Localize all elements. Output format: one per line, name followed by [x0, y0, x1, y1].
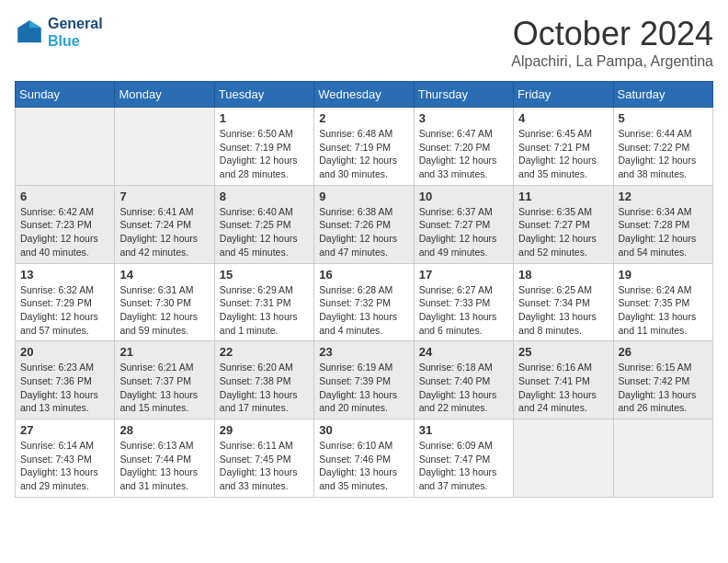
weekday-header-saturday: Saturday	[613, 82, 712, 108]
calendar-cell: 1Sunrise: 6:50 AMSunset: 7:19 PMDaylight…	[214, 108, 313, 186]
day-number: 8	[220, 190, 309, 203]
calendar-cell: 16Sunrise: 6:28 AMSunset: 7:32 PMDayligh…	[314, 263, 414, 341]
weekday-header-thursday: Thursday	[414, 82, 513, 108]
calendar-cell: 8Sunrise: 6:40 AMSunset: 7:25 PMDaylight…	[214, 185, 313, 263]
calendar-cell: 6Sunrise: 6:42 AMSunset: 7:23 PMDaylight…	[16, 185, 115, 263]
day-info: Sunrise: 6:45 AMSunset: 7:21 PMDaylight:…	[518, 127, 608, 181]
day-number: 31	[419, 423, 508, 437]
calendar-cell: 4Sunrise: 6:45 AMSunset: 7:21 PMDaylight…	[514, 108, 613, 186]
day-info: Sunrise: 6:20 AMSunset: 7:38 PMDaylight:…	[220, 361, 309, 415]
day-number: 3	[419, 111, 508, 125]
calendar-cell: 5Sunrise: 6:44 AMSunset: 7:22 PMDaylight…	[613, 108, 712, 186]
day-info: Sunrise: 6:32 AMSunset: 7:29 PMDaylight:…	[20, 283, 109, 338]
day-info: Sunrise: 6:14 AMSunset: 7:43 PMDaylight:…	[20, 439, 109, 493]
calendar-cell: 2Sunrise: 6:48 AMSunset: 7:19 PMDaylight…	[314, 108, 414, 186]
calendar-cell: 3Sunrise: 6:47 AMSunset: 7:20 PMDaylight…	[414, 108, 513, 186]
calendar-cell: 29Sunrise: 6:11 AMSunset: 7:45 PMDayligh…	[214, 419, 313, 498]
day-info: Sunrise: 6:09 AMSunset: 7:47 PMDaylight:…	[419, 439, 508, 493]
day-info: Sunrise: 6:31 AMSunset: 7:30 PMDaylight:…	[119, 283, 209, 338]
calendar-cell: 13Sunrise: 6:32 AMSunset: 7:29 PMDayligh…	[16, 263, 115, 341]
day-info: Sunrise: 6:21 AMSunset: 7:37 PMDaylight:…	[119, 361, 209, 415]
weekday-header-row: SundayMondayTuesdayWednesdayThursdayFrid…	[16, 82, 713, 108]
day-info: Sunrise: 6:40 AMSunset: 7:25 PMDaylight:…	[220, 205, 309, 259]
day-info: Sunrise: 6:23 AMSunset: 7:36 PMDaylight:…	[20, 361, 109, 415]
weekday-header-friday: Friday	[514, 82, 613, 108]
weekday-header-monday: Monday	[115, 82, 214, 108]
day-number: 7	[119, 190, 209, 203]
calendar-week-3: 13Sunrise: 6:32 AMSunset: 7:29 PMDayligh…	[16, 263, 713, 341]
day-number: 6	[20, 190, 109, 203]
day-info: Sunrise: 6:25 AMSunset: 7:34 PMDaylight:…	[518, 283, 608, 338]
day-info: Sunrise: 6:41 AMSunset: 7:24 PMDaylight:…	[119, 205, 209, 259]
calendar-week-2: 6Sunrise: 6:42 AMSunset: 7:23 PMDaylight…	[16, 185, 713, 263]
day-info: Sunrise: 6:50 AMSunset: 7:19 PMDaylight:…	[220, 127, 309, 181]
day-info: Sunrise: 6:28 AMSunset: 7:32 PMDaylight:…	[319, 283, 408, 338]
logo-icon	[15, 17, 44, 47]
day-info: Sunrise: 6:10 AMSunset: 7:46 PMDaylight:…	[319, 439, 408, 493]
calendar-cell: 20Sunrise: 6:23 AMSunset: 7:36 PMDayligh…	[16, 341, 115, 419]
day-number: 2	[319, 111, 408, 125]
day-number: 16	[319, 268, 408, 282]
day-info: Sunrise: 6:34 AMSunset: 7:28 PMDaylight:…	[619, 205, 708, 259]
day-number: 18	[518, 268, 608, 282]
day-number: 22	[220, 345, 309, 359]
calendar-cell	[514, 419, 613, 498]
day-number: 20	[20, 345, 109, 359]
day-info: Sunrise: 6:19 AMSunset: 7:39 PMDaylight:…	[319, 361, 408, 415]
day-number: 25	[518, 345, 608, 359]
day-info: Sunrise: 6:48 AMSunset: 7:19 PMDaylight:…	[319, 127, 408, 181]
calendar-cell: 21Sunrise: 6:21 AMSunset: 7:37 PMDayligh…	[115, 341, 214, 419]
logo-text: General Blue	[48, 15, 103, 50]
calendar-cell: 15Sunrise: 6:29 AMSunset: 7:31 PMDayligh…	[214, 263, 313, 341]
day-info: Sunrise: 6:18 AMSunset: 7:40 PMDaylight:…	[419, 361, 508, 415]
day-info: Sunrise: 6:47 AMSunset: 7:20 PMDaylight:…	[419, 127, 508, 181]
calendar-cell: 9Sunrise: 6:38 AMSunset: 7:26 PMDaylight…	[314, 185, 414, 263]
day-info: Sunrise: 6:44 AMSunset: 7:22 PMDaylight:…	[619, 127, 708, 181]
calendar-cell: 23Sunrise: 6:19 AMSunset: 7:39 PMDayligh…	[314, 341, 414, 419]
day-number: 1	[220, 111, 309, 125]
day-number: 24	[419, 345, 508, 359]
calendar-cell: 17Sunrise: 6:27 AMSunset: 7:33 PMDayligh…	[414, 263, 513, 341]
day-number: 23	[319, 345, 408, 359]
calendar-cell: 26Sunrise: 6:15 AMSunset: 7:42 PMDayligh…	[613, 341, 712, 419]
title-section: October 2024 Alpachiri, La Pampa, Argent…	[511, 15, 713, 70]
day-number: 26	[619, 345, 708, 359]
calendar-cell: 18Sunrise: 6:25 AMSunset: 7:34 PMDayligh…	[514, 263, 613, 341]
day-number: 17	[419, 268, 508, 282]
day-info: Sunrise: 6:13 AMSunset: 7:44 PMDaylight:…	[119, 439, 209, 493]
calendar-cell: 31Sunrise: 6:09 AMSunset: 7:47 PMDayligh…	[414, 419, 513, 498]
day-number: 30	[319, 423, 408, 437]
calendar-week-1: 1Sunrise: 6:50 AMSunset: 7:19 PMDaylight…	[16, 108, 713, 186]
day-info: Sunrise: 6:24 AMSunset: 7:35 PMDaylight:…	[619, 283, 708, 338]
calendar-cell	[613, 419, 712, 498]
calendar-cell: 27Sunrise: 6:14 AMSunset: 7:43 PMDayligh…	[16, 419, 115, 498]
calendar-cell: 24Sunrise: 6:18 AMSunset: 7:40 PMDayligh…	[414, 341, 513, 419]
calendar-cell: 14Sunrise: 6:31 AMSunset: 7:30 PMDayligh…	[115, 263, 214, 341]
day-info: Sunrise: 6:37 AMSunset: 7:27 PMDaylight:…	[419, 205, 508, 259]
day-info: Sunrise: 6:38 AMSunset: 7:26 PMDaylight:…	[319, 205, 408, 259]
calendar-cell: 25Sunrise: 6:16 AMSunset: 7:41 PMDayligh…	[514, 341, 613, 419]
day-info: Sunrise: 6:29 AMSunset: 7:31 PMDaylight:…	[220, 283, 309, 338]
day-info: Sunrise: 6:27 AMSunset: 7:33 PMDaylight:…	[419, 283, 508, 338]
weekday-header-wednesday: Wednesday	[314, 82, 414, 108]
calendar-cell	[16, 108, 115, 186]
day-number: 9	[319, 190, 408, 203]
calendar-week-5: 27Sunrise: 6:14 AMSunset: 7:43 PMDayligh…	[16, 419, 713, 498]
calendar-week-4: 20Sunrise: 6:23 AMSunset: 7:36 PMDayligh…	[16, 341, 713, 419]
day-number: 19	[619, 268, 708, 282]
calendar: SundayMondayTuesdayWednesdayThursdayFrid…	[15, 81, 713, 498]
weekday-header-tuesday: Tuesday	[214, 82, 313, 108]
weekday-header-sunday: Sunday	[16, 82, 115, 108]
day-number: 13	[20, 268, 109, 282]
svg-marker-1	[29, 20, 41, 28]
day-number: 28	[119, 423, 209, 437]
calendar-cell: 30Sunrise: 6:10 AMSunset: 7:46 PMDayligh…	[314, 419, 414, 498]
day-number: 4	[518, 111, 608, 125]
day-number: 10	[419, 190, 508, 203]
day-info: Sunrise: 6:11 AMSunset: 7:45 PMDaylight:…	[220, 439, 309, 493]
calendar-cell: 7Sunrise: 6:41 AMSunset: 7:24 PMDaylight…	[115, 185, 214, 263]
calendar-cell	[115, 108, 214, 186]
calendar-cell: 19Sunrise: 6:24 AMSunset: 7:35 PMDayligh…	[613, 263, 712, 341]
day-number: 5	[619, 111, 708, 125]
month-title: October 2024	[511, 15, 713, 53]
